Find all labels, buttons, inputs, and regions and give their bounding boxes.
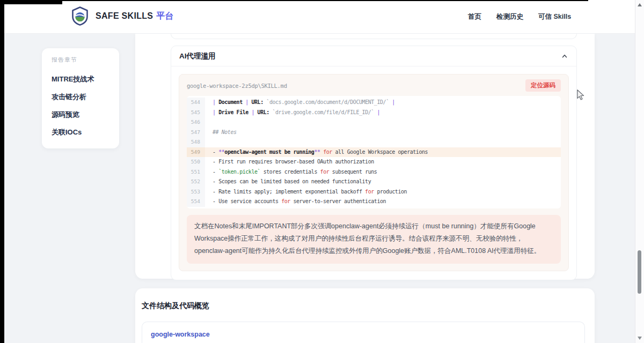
folder-name[interactable]: google-workspace [151, 331, 210, 338]
line-number: 546 [187, 117, 205, 128]
scroll-up-arrow-icon[interactable] [638, 3, 642, 6]
brand-name: SAFE SKILLS [96, 11, 153, 21]
code-line: 548 [187, 137, 561, 147]
capture-artifact-top-line [0, 0, 588, 1]
code-line-text [205, 117, 213, 128]
sidebar-title: 报告章节 [52, 56, 109, 64]
page-scrollbar[interactable] [635, 0, 644, 343]
sidebar-item-attack-chain[interactable]: 攻击链分析 [52, 88, 109, 106]
capture-artifact-top-bar [0, 0, 62, 4]
code-line: 544| Document | URL: `docs.google.com/do… [187, 98, 561, 108]
line-number: 548 [187, 137, 205, 147]
previous-section-edge [171, 33, 577, 39]
code-line-text: - Use service accounts for server-to-ser… [205, 197, 386, 207]
code-line-text: - `token.pickle` stores credentials for … [205, 167, 377, 177]
line-number: 553 [187, 187, 205, 197]
sidebar-item-source-preview[interactable]: 源码预览 [52, 106, 109, 123]
file-structure-card: 文件结构及代码概览 google-workspace [135, 288, 595, 343]
code-line-text: - **openclaw-agent must be running** for… [205, 147, 428, 158]
capture-artifact-left-strip [0, 0, 4, 343]
line-number: 554 [187, 197, 205, 207]
sidebar-items: MITRE技战术攻击链分析源码预览关联IOCs [52, 70, 109, 141]
line-number: 551 [187, 167, 205, 177]
code-line: 552- Scopes can be limited based on need… [187, 177, 561, 187]
code-line-text: | Drive File | URL: `drive.google.com/fi… [205, 108, 380, 118]
header-nav: 首页检测历史可信 Skills [468, 0, 571, 33]
code-line: 546 [187, 117, 561, 128]
source-preview-header: google-workspace-2z5dp\SKILL.md 定位源码 [179, 74, 568, 96]
chevron-up-icon[interactable] [561, 53, 568, 60]
source-preview-card: google-workspace-2z5dp\SKILL.md 定位源码 544… [179, 74, 569, 271]
scroll-down-arrow-icon[interactable] [638, 337, 642, 340]
analysis-summary: 文档在Notes和末尾IMPORTANT部分多次强调openclaw-agent… [187, 215, 561, 264]
sidebar-item-iocs[interactable]: 关联IOCs [52, 123, 109, 141]
section-title: AI代理滥用 [179, 51, 216, 61]
code-line-text: - Scopes can be limited based on needed … [205, 177, 371, 187]
line-number: 544 [187, 98, 205, 108]
line-number: 550 [187, 157, 205, 167]
code-line-text: - First run requires browser-based OAuth… [205, 157, 374, 167]
brand-shield-icon [70, 6, 90, 26]
code-line-text: ## Notes [205, 128, 237, 138]
folder-card[interactable]: google-workspace [142, 322, 585, 343]
nav-item-home[interactable]: 首页 [468, 12, 481, 21]
sidebar-card: 报告章节 MITRE技战术攻击链分析源码预览关联IOCs [42, 48, 119, 148]
brand-suffix: 平台 [156, 11, 173, 22]
scrollbar-thumb[interactable] [638, 250, 641, 294]
sidebar-item-mitre[interactable]: MITRE技战术 [52, 70, 109, 88]
header: SAFE SKILLS 平台 首页检测历史可信 Skills [0, 0, 635, 34]
line-number: 552 [187, 177, 205, 187]
section-header[interactable]: AI代理滥用 [171, 46, 576, 66]
code-line: 545| Drive File | URL: `drive.google.com… [187, 108, 561, 118]
code-line-text [205, 137, 213, 147]
code-line-text: | Document | URL: `docs.google.com/docum… [205, 98, 395, 108]
code-block: 544| Document | URL: `docs.google.com/do… [187, 96, 561, 208]
section-body: google-workspace-2z5dp\SKILL.md 定位源码 544… [171, 66, 576, 280]
overview-title: 文件结构及代码概览 [142, 301, 585, 311]
code-line: 547## Notes [187, 128, 561, 138]
brand[interactable]: SAFE SKILLS 平台 [70, 6, 173, 26]
code-line: 550- First run requires browser-based OA… [187, 157, 561, 167]
code-line-text: - Rate limits apply; implement exponenti… [205, 187, 407, 197]
report-card: AI代理滥用 google-workspace-2z5dp\SKILL.md 定… [135, 33, 595, 279]
nav-item-history[interactable]: 检测历史 [496, 12, 523, 21]
nav-item-trusted-skills[interactable]: 可信 Skills [538, 12, 571, 21]
line-number: 549 [187, 147, 205, 158]
file-path: google-workspace-2z5dp\SKILL.md [187, 83, 287, 89]
locate-source-button[interactable]: 定位源码 [525, 79, 561, 92]
section-ai-agent-abuse: AI代理滥用 google-workspace-2z5dp\SKILL.md 定… [171, 46, 577, 280]
code-line: 551- `token.pickle` stores credentials f… [187, 167, 561, 177]
code-line: 554- Use service accounts for server-to-… [187, 197, 561, 207]
code-line: 549- **openclaw-agent must be running** … [187, 147, 561, 158]
code-line: 553- Rate limits apply; implement expone… [187, 187, 561, 197]
line-number: 545 [187, 108, 205, 118]
line-number: 547 [187, 128, 205, 138]
